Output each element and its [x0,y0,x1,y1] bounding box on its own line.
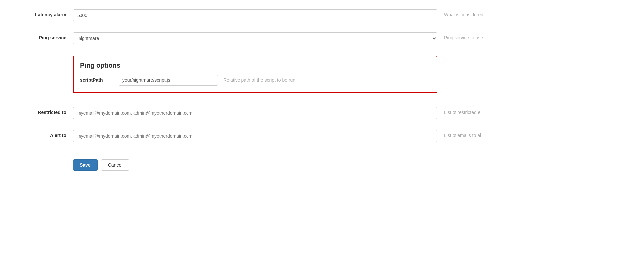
script-path-input[interactable] [119,75,218,86]
ping-service-row: Ping service nightmare http https smtp P… [0,30,644,47]
ping-options-box: Ping options scriptPath Relative path of… [73,56,437,93]
ping-options-spacer-label [0,56,73,58]
ping-options-title: Ping options [80,62,430,69]
alert-to-hint: List of emails to al [437,130,644,138]
latency-alarm-control [73,9,437,21]
buttons-spacer-label [0,153,73,156]
ping-service-control: nightmare http https smtp [73,32,437,44]
button-group: Save Cancel [73,157,129,173]
save-button[interactable]: Save [73,159,98,171]
script-path-hint: Relative path of the script to be run [223,77,295,83]
ping-service-label: Ping service [0,32,73,40]
restricted-to-label: Restricted to [0,107,73,115]
ping-options-row: Ping options scriptPath Relative path of… [0,53,644,96]
latency-alarm-row: Latency alarm What is considered [0,7,644,24]
alert-to-input[interactable] [73,130,437,142]
latency-alarm-label: Latency alarm [0,9,73,17]
ping-service-hint: Ping service to use [437,32,644,40]
ping-service-select[interactable]: nightmare http https smtp [73,32,437,44]
restricted-to-input[interactable] [73,107,437,119]
script-path-label: scriptPath [80,77,113,83]
restricted-to-row: Restricted to List of restricted e [0,104,644,122]
alert-to-control [73,130,437,142]
alert-to-label: Alert to [0,130,73,138]
latency-alarm-hint: What is considered [437,9,644,17]
restricted-to-hint: List of restricted e [437,107,644,115]
cancel-button[interactable]: Cancel [101,159,130,171]
latency-alarm-input[interactable] [73,9,437,21]
ping-options-inner: scriptPath Relative path of the script t… [80,75,430,86]
alert-to-row: Alert to List of emails to al [0,128,644,145]
settings-form: Latency alarm What is considered Ping se… [0,0,644,188]
spacer [0,98,644,104]
buttons-row: Save Cancel [0,151,644,176]
restricted-to-control [73,107,437,119]
